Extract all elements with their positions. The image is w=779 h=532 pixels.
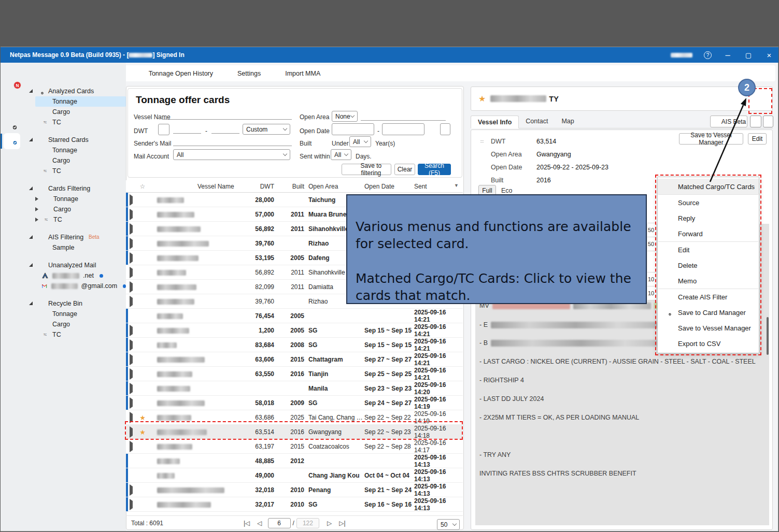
clear-dates-button[interactable] — [440, 123, 450, 135]
menu-item-create-ais-filter[interactable]: Create AIS Filter — [658, 289, 759, 305]
tab-contact[interactable]: Contact — [519, 115, 555, 128]
menu-item-forward[interactable]: Forward — [658, 226, 759, 241]
table-row[interactable]: 49,000Chang Jiang KouOct 04 ~ Oct 042025… — [126, 468, 463, 483]
collapsed-arrow-icon[interactable] — [35, 207, 38, 211]
expand-arrow-icon[interactable] — [130, 426, 133, 438]
table-row[interactable]: 48,88520122025-09-16 14:13 — [126, 454, 463, 468]
dwt-max-input[interactable] — [211, 123, 239, 134]
expand-arrow-icon[interactable] — [130, 368, 133, 380]
expander-icon[interactable] — [29, 301, 33, 305]
tab-map[interactable]: Map — [555, 115, 580, 128]
tree-item-tc[interactable]: TCTC — [35, 214, 126, 225]
table-row[interactable]: ★63,6862025Tai Cang, Chang Jia...Sep 22 … — [126, 410, 463, 425]
toolbar-item-tonnage-open-history[interactable]: Tonnage Open History — [137, 69, 213, 78]
menu-item-matched-cargo-tc-cards[interactable]: Matched Cargo/TC Cards — [658, 179, 759, 194]
tree-group-unanalyzed-mail[interactable]: Unanalyzed Mail — [24, 260, 126, 270]
card-manager-rail-icon[interactable] — [6, 119, 18, 130]
card-database-rail-icon[interactable] — [7, 135, 17, 147]
menu-item-edit[interactable]: Edit — [658, 242, 759, 257]
expand-arrow-icon[interactable] — [130, 281, 133, 293]
built-header[interactable]: Built — [285, 183, 308, 190]
open-date-header[interactable]: Open Date — [364, 183, 414, 190]
tree-item-tonnage[interactable]: Tonnage — [35, 309, 126, 319]
senders-mail-input[interactable] — [173, 136, 292, 146]
next-page-button[interactable]: ▷ — [323, 520, 335, 527]
tree-item-tc[interactable]: TCTC — [35, 117, 126, 127]
star-cell[interactable]: ★ — [136, 414, 149, 422]
star-column-icon[interactable]: ☆ — [136, 183, 149, 190]
menu-item-save-to-vessel-manager[interactable]: Save to Vessel Manager — [658, 320, 759, 336]
toggle-eco-button[interactable]: Eco — [501, 187, 513, 194]
expander-icon[interactable] — [29, 89, 33, 93]
table-row[interactable]: ★63,5142016GwangyangSep 22 ~ Sep 232025-… — [126, 425, 463, 439]
menu-item-save-to-card-manager[interactable]: Save to Card Manager — [658, 305, 759, 320]
star-icon[interactable]: ★ — [478, 94, 486, 104]
star-cell[interactable]: ★ — [136, 428, 149, 436]
toolbar-item-settings[interactable]: Settings — [225, 69, 261, 78]
table-row[interactable]: 63,1972015CoatzacoalcosSep 22 ~ Sep 2820… — [126, 439, 463, 454]
expand-arrow-icon[interactable] — [130, 383, 133, 394]
contacts-rail-icon[interactable] — [7, 102, 17, 113]
expander-icon[interactable] — [29, 186, 33, 190]
expand-arrow-icon[interactable] — [130, 252, 133, 264]
collapsed-arrow-icon[interactable] — [35, 218, 38, 222]
table-row[interactable]: 32,0172010SGSep 16 ~ Sep 162025-09-16 14… — [126, 497, 463, 512]
toolbar-item-import-mma[interactable]: Import MMA — [273, 69, 320, 78]
dwt-settings-button[interactable] — [158, 124, 169, 135]
dwt-preset-select[interactable]: Custom — [243, 124, 290, 135]
built-select[interactable]: All — [349, 136, 371, 147]
scrollbar-thumb[interactable] — [767, 317, 769, 355]
tree-item-tc[interactable]: TCTC — [35, 166, 126, 176]
memo-button[interactable] — [763, 116, 773, 127]
tree-item-tonnage[interactable]: Tonnage — [35, 96, 126, 107]
vessel-manager-rail-icon[interactable] — [6, 151, 18, 164]
tree-item-sample[interactable]: Sample — [35, 242, 126, 253]
expander-icon[interactable] — [29, 263, 33, 267]
tree-item-cargo[interactable]: Cargo — [35, 204, 126, 214]
tree-group-starred-cards[interactable]: Starred Cards — [24, 134, 126, 145]
open-date-from-input[interactable] — [332, 123, 374, 135]
sent-header[interactable]: Sent▼ — [414, 183, 463, 190]
menu-item-reply[interactable]: Reply — [658, 210, 759, 226]
expand-arrow-icon[interactable] — [130, 223, 133, 235]
account-button[interactable] — [660, 51, 692, 59]
table-row[interactable]: ManilaSep 23 ~ Sep 232025-09-16 14:20 — [126, 381, 463, 396]
tree-item-mail-account[interactable]: .net — [35, 270, 126, 281]
history-button[interactable] — [750, 116, 761, 127]
maximize-icon[interactable]: ▢ — [744, 51, 753, 59]
expand-arrow-icon[interactable] — [130, 397, 133, 409]
first-page-button[interactable]: |◁ — [240, 520, 253, 527]
ais-beta-button[interactable]: AIS Beta — [710, 116, 747, 127]
table-row[interactable]: 83,6842008SGSep 15 ~ Sep 152025-09-16 14… — [126, 338, 463, 352]
save-to-filtering-button[interactable]: Save to filtering — [342, 164, 391, 175]
prev-page-button[interactable]: ◁ — [253, 520, 265, 527]
dwt-header[interactable]: DWT — [247, 183, 285, 190]
expand-arrow-icon[interactable] — [130, 267, 133, 278]
expand-arrow-icon[interactable] — [130, 296, 133, 307]
tree-group-ais-filtering[interactable]: AIS FilteringBeta — [24, 232, 126, 242]
expand-arrow-icon[interactable] — [130, 354, 133, 365]
last-page-button[interactable]: ▷| — [335, 520, 349, 527]
tree-item-mail-account[interactable]: @gmail.com — [35, 281, 126, 291]
menu-item-memo[interactable]: Memo — [658, 273, 759, 289]
table-row[interactable]: 32,0182010PenangSep 21 ~ Sep 242025-09-1… — [126, 483, 463, 497]
expand-arrow-icon[interactable] — [130, 194, 133, 206]
table-row[interactable]: 58,0182009SGSep 24 ~ Sep 272025-09-16 14… — [126, 396, 463, 410]
tree-group-recycle-bin[interactable]: Recycle Bin — [24, 298, 126, 309]
tree-item-cargo[interactable]: Cargo — [35, 319, 126, 329]
table-row[interactable]: 63,6062015ChattagramSep 27 ~ Sep 272025-… — [126, 352, 463, 367]
expand-arrow-icon[interactable] — [130, 209, 133, 220]
expand-arrow-icon[interactable] — [130, 484, 133, 496]
save-to-vessel-manager-button[interactable]: Save to Vessel Manager — [679, 133, 743, 145]
edit-button[interactable]: Edit — [748, 133, 767, 145]
expand-arrow-icon[interactable] — [130, 499, 133, 510]
menu-item-delete[interactable]: Delete — [658, 257, 759, 273]
help-icon[interactable]: ? — [704, 51, 712, 59]
vessel-name-header[interactable]: Vessel Name — [149, 183, 247, 190]
expander-icon[interactable] — [29, 235, 33, 239]
hamburger-menu-button[interactable] — [753, 92, 768, 106]
expand-arrow-icon[interactable] — [130, 325, 133, 336]
expand-arrow-icon[interactable] — [130, 339, 133, 351]
mail-account-select[interactable]: All — [173, 149, 290, 160]
expand-arrow-icon[interactable] — [130, 238, 133, 249]
